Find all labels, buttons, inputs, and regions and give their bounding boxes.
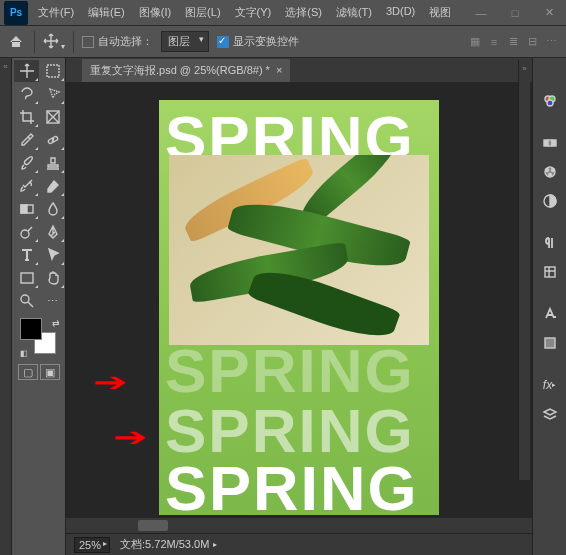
menu-filter[interactable]: 滤镜(T) [330,1,378,24]
svg-rect-4 [21,205,27,213]
styles-panel-icon[interactable] [536,330,564,356]
pen-tool[interactable] [40,221,65,243]
libraries-panel-icon[interactable] [536,259,564,285]
history-brush-tool[interactable] [14,175,39,197]
frame-tool[interactable] [40,106,65,128]
gradient-tool[interactable] [14,198,39,220]
align-icon[interactable]: ⋯ [542,33,560,51]
svg-rect-20 [545,338,555,348]
align-icon[interactable]: ≡ [485,33,503,51]
type-tool[interactable] [14,244,39,266]
zoom-level[interactable]: 25% [74,537,110,553]
minimize-button[interactable]: — [464,0,498,26]
document-area: 重复文字海报.psd @ 25%(RGB/8#) * × SPRING SPRI… [66,58,532,555]
menu-layer[interactable]: 图层(L) [179,1,226,24]
app-logo: Ps [4,1,28,25]
document-tab-title: 重复文字海报.psd @ 25%(RGB/8#) * [90,63,270,78]
swap-colors-icon[interactable]: ⇄ [52,318,60,328]
options-bar: ▾ 自动选择： 图层 显示变换控件 ▦ ≡ ≣ ⊟ ⋯ [0,26,566,58]
home-icon[interactable] [6,32,26,52]
standard-mode[interactable]: ▢ [18,364,38,380]
blur-tool[interactable] [40,198,65,220]
align-icon[interactable]: ⊟ [523,33,541,51]
svg-rect-0 [47,65,59,77]
path-select-tool[interactable] [40,244,65,266]
horizontal-scrollbar[interactable] [66,518,532,533]
canvas-image [169,155,429,345]
healing-tool[interactable] [40,129,65,151]
svg-point-10 [547,100,553,106]
swatches-panel-icon[interactable] [536,130,564,156]
show-transform-label: 显示变换控件 [233,35,299,47]
right-panel: fx▸ [532,58,566,555]
stamp-tool[interactable] [40,152,65,174]
quick-mask-buttons: ▢ ▣ [14,364,63,380]
title-bar: Ps 文件(F) 编辑(E) 图像(I) 图层(L) 文字(Y) 选择(S) 滤… [0,0,566,26]
align-icon[interactable]: ▦ [466,33,484,51]
close-button[interactable]: ✕ [532,0,566,26]
rectangle-tool[interactable] [14,267,39,289]
canvas-text: SPRING [165,452,419,515]
menu-image[interactable]: 图像(I) [133,1,177,24]
color-swatches[interactable]: ⇄ ◧ [20,318,60,358]
quick-select-tool[interactable] [40,83,65,105]
eraser-tool[interactable] [40,175,65,197]
zoom-tool[interactable] [14,290,39,312]
paragraph-panel-icon[interactable] [536,230,564,256]
menu-select[interactable]: 选择(S) [279,1,328,24]
canvas-viewport[interactable]: SPRING SPRING SPRING SPRING ➔ ➔ [66,82,532,533]
gradients-panel-icon[interactable] [536,159,564,185]
collapse-handle-right[interactable]: » [518,60,530,480]
document-info[interactable]: 文档:5.72M/53.0M [120,537,217,552]
divider [34,31,35,53]
move-tool-icon[interactable]: ▾ [43,33,65,51]
menu-file[interactable]: 文件(F) [32,1,80,24]
toolbox: ⋯ ⇄ ◧ ▢ ▣ [12,58,66,555]
annotation-arrow: ➔ [93,367,128,398]
default-colors-icon[interactable]: ◧ [20,349,28,358]
document-tab[interactable]: 重复文字海报.psd @ 25%(RGB/8#) * × [82,59,290,82]
svg-rect-13 [552,140,556,146]
svg-point-16 [551,169,554,172]
character-panel-icon[interactable] [536,301,564,327]
canvas: SPRING SPRING SPRING SPRING [159,100,439,515]
main-area: « ⋯ ⇄ [0,58,566,555]
collapse-handle-left[interactable]: « [0,58,12,555]
foreground-color[interactable] [20,318,42,340]
move-tool[interactable] [14,60,39,82]
svg-rect-6 [21,273,33,283]
close-tab-icon[interactable]: × [276,64,282,76]
edit-toolbar[interactable]: ⋯ [40,290,65,312]
hand-tool[interactable] [40,267,65,289]
layers-fx-panel-icon[interactable]: fx▸ [536,372,564,398]
eyedropper-tool[interactable] [14,129,39,151]
dodge-tool[interactable] [14,221,39,243]
crop-tool[interactable] [14,106,39,128]
annotation-arrow: ➔ [113,422,148,453]
document-tabs: 重复文字海报.psd @ 25%(RGB/8#) * × [66,58,532,82]
divider [73,31,74,53]
menu-edit[interactable]: 编辑(E) [82,1,131,24]
menu-view[interactable]: 视图 [423,1,457,24]
screen-mode[interactable]: ▣ [40,364,60,380]
color-panel-icon[interactable] [536,88,564,114]
svg-point-5 [21,230,29,238]
menu-3d[interactable]: 3D(D) [380,1,421,24]
show-transform-checkbox[interactable]: 显示变换控件 [217,34,299,49]
align-icon[interactable]: ≣ [504,33,522,51]
scrollbar-thumb[interactable] [138,520,168,531]
menu-type[interactable]: 文字(Y) [229,1,278,24]
marquee-tool[interactable] [40,60,65,82]
svg-point-15 [545,169,548,172]
maximize-button[interactable]: □ [498,0,532,26]
auto-select-label: 自动选择： [98,35,153,47]
lasso-tool[interactable] [14,83,39,105]
svg-point-17 [548,174,551,177]
svg-rect-19 [545,267,555,277]
adjustments-panel-icon[interactable] [536,188,564,214]
auto-select-checkbox[interactable]: 自动选择： [82,34,153,49]
layers-panel-icon[interactable] [536,401,564,427]
status-bar: 25% 文档:5.72M/53.0M [66,533,532,555]
brush-tool[interactable] [14,152,39,174]
layer-dropdown[interactable]: 图层 [161,31,209,52]
